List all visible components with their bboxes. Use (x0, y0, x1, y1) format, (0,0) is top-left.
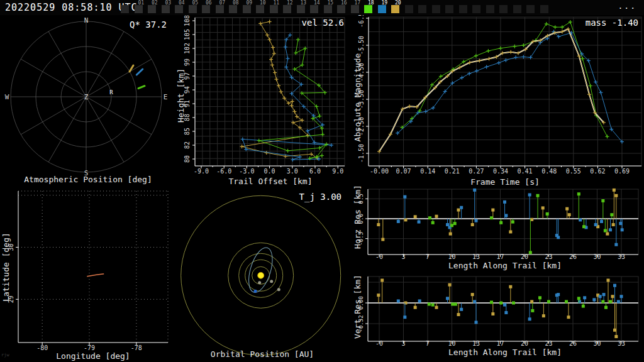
residual-point-camera-20 (435, 215, 438, 218)
camera-tab-09[interactable]: 09 (243, 0, 256, 15)
ellipsis-icon: ... (618, 1, 636, 11)
camera-tab-06[interactable]: 06 (202, 0, 215, 15)
svg-text:-0: -0 (375, 253, 383, 260)
residual-point-camera-18 (529, 251, 532, 254)
orbital-xlabel: Orbital Position [AU] (211, 349, 314, 359)
svg-text:80: 80 (184, 155, 191, 163)
residual-point-camera-19 (503, 200, 506, 204)
residual-point-camera-18 (490, 300, 493, 304)
camera-tab-14[interactable]: 14 (310, 0, 323, 15)
residual-point-camera-19 (418, 221, 421, 224)
camera-tab-10[interactable]: 10 (256, 0, 269, 15)
camera-tab-empty (405, 5, 413, 13)
more-menu-button[interactable]: ... (618, 1, 636, 11)
svg-text:R: R (109, 89, 113, 96)
trail-offset-plot: -9.0-6.0-3.00.03.06.09.01081051029997949… (176, 15, 352, 185)
camera-tab-empty (121, 5, 129, 13)
panel-atmospheric-position: NSEWZR Q* 37.2 Atmospheric Position [deg… (0, 15, 176, 185)
camera-tab-swatch (216, 5, 224, 13)
residual-point-camera-19 (600, 220, 603, 223)
residual-point-camera-19 (418, 299, 421, 302)
top-bar: 20220529 08:58:10 UTC 010203040506070809… (0, 0, 644, 15)
svg-text:7: 7 (426, 340, 430, 347)
svg-text:0.55: 0.55 (566, 168, 581, 175)
svg-text:99: 99 (184, 58, 191, 66)
camera-tab-05[interactable]: 05 (189, 0, 202, 15)
camera-tab-swatch (189, 5, 197, 13)
residual-point-camera-19 (557, 236, 560, 239)
residual-point-camera-18 (499, 302, 502, 305)
camera-tab-swatch (175, 5, 183, 13)
camera-tab-swatch (135, 5, 143, 13)
horz-residuals-plot: -03710131720232630330.50.0-0.5 (352, 185, 644, 273)
svg-text:30: 30 (593, 340, 601, 347)
residual-point-camera-19 (620, 295, 623, 298)
camera-tab-empty (472, 5, 480, 13)
camera-tab-11[interactable]: 11 (270, 0, 283, 15)
residual-point-camera-20 (541, 206, 545, 209)
residual-point-camera-19 (578, 300, 581, 303)
svg-text:20: 20 (521, 340, 528, 347)
residual-point-camera-18 (604, 306, 608, 309)
camera-tab-03[interactable]: 03 (162, 0, 175, 15)
residual-point-camera-18 (565, 300, 568, 303)
svg-text:-6.0: -6.0 (216, 168, 231, 175)
residual-point-camera-20 (471, 223, 474, 226)
residual-point-camera-19 (504, 214, 508, 217)
residual-point-camera-20 (530, 300, 533, 303)
camera-tab-08[interactable]: 08 (229, 0, 242, 15)
svg-text:82: 82 (184, 141, 191, 149)
svg-text:23: 23 (545, 253, 552, 260)
planet-dot-planet (258, 281, 261, 284)
camera-tab-empty (486, 5, 494, 13)
residual-point-camera-19 (621, 228, 624, 231)
camera-tab-16[interactable]: 16 (337, 0, 350, 15)
residual-point-camera-18 (431, 304, 435, 307)
camera-tab-swatch (337, 5, 345, 13)
svg-text:9.0: 9.0 (332, 168, 343, 175)
residual-point-camera-20 (381, 238, 384, 241)
camera-tab-07[interactable]: 07 (216, 0, 229, 15)
polar-xlabel: Atmospheric Position [deg] (24, 175, 152, 184)
camera-tab-01[interactable]: 01 (135, 0, 148, 15)
camera-tabs: 0102030405060708091011121314151617181920 (0, 0, 553, 15)
camera-tab-04[interactable]: 04 (175, 0, 188, 15)
camera-tab-17[interactable]: 17 (351, 0, 364, 15)
svg-text:0.62: 0.62 (590, 168, 605, 175)
atmospheric-position-plot: NSEWZR (0, 15, 176, 185)
panel-vert-residuals: -03710131720232630330.00-0.32 Length Alo… (352, 273, 644, 362)
camera-tab-20[interactable]: 20 (391, 0, 404, 15)
camera-tab-empty (526, 5, 535, 13)
camera-tab-02[interactable]: 02 (148, 0, 161, 15)
svg-text:33: 33 (618, 253, 625, 260)
residual-point-camera-18 (431, 221, 435, 224)
camera-tab-empty (513, 5, 521, 13)
residual-point-camera-19 (583, 296, 586, 299)
camera-tab-12[interactable]: 12 (283, 0, 296, 15)
camera-tab-empty (445, 5, 453, 13)
camera-tab-13[interactable]: 13 (297, 0, 310, 15)
camera-tab-swatch (364, 5, 372, 13)
residual-point-camera-20 (612, 223, 615, 226)
svg-text:-79: -79 (84, 344, 95, 351)
residual-point-camera-20 (614, 194, 618, 197)
residual-point-camera-20 (404, 302, 408, 305)
residual-point-camera-19 (592, 298, 596, 301)
camera-tab-18[interactable]: 18 (364, 0, 377, 15)
camera-tab-19[interactable]: 19 (378, 0, 391, 15)
svg-text:W: W (5, 93, 9, 101)
camera-tab-15[interactable]: 15 (324, 0, 337, 15)
residual-point-camera-19 (446, 223, 449, 226)
svg-text:0.27: 0.27 (469, 168, 484, 175)
svg-text:-78: -78 (131, 344, 142, 351)
camera-tab-swatch (391, 5, 399, 13)
planet-dot-planet (277, 288, 280, 291)
residual-point-camera-18 (453, 222, 457, 225)
planet-dot-earth (254, 290, 257, 293)
residual-point-camera-19 (613, 284, 616, 287)
svg-text:0.48: 0.48 (541, 168, 557, 175)
svg-text:108: 108 (184, 15, 191, 26)
residual-point-camera-19 (579, 218, 582, 221)
svg-text:3: 3 (401, 253, 405, 260)
light-curve-plot: -0.000.070.140.210.270.340.410.480.550.6… (352, 15, 644, 185)
